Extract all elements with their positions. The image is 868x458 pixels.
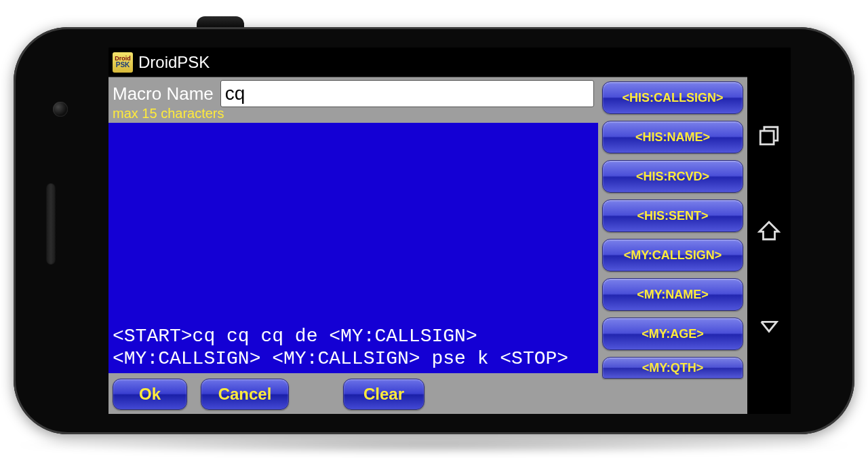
android-nav-bar xyxy=(747,47,791,414)
token-his-name[interactable]: <HIS:NAME> xyxy=(602,121,743,153)
clear-button[interactable]: Clear xyxy=(343,379,425,410)
macro-hint: max 15 characters xyxy=(113,106,594,121)
app-icon: Droid PSK xyxy=(113,52,133,73)
earpiece-speaker xyxy=(46,183,56,265)
left-column: Macro Name max 15 characters <START>cq c… xyxy=(108,77,598,414)
macro-body-text: <START>cq cq cq de <MY:CALLSIGN> <MY:CAL… xyxy=(113,325,594,370)
front-camera xyxy=(53,102,68,117)
token-my-age[interactable]: <MY:AGE> xyxy=(602,318,743,350)
app-title: DroidPSK xyxy=(138,53,210,72)
ok-button[interactable]: Ok xyxy=(113,379,187,410)
recent-apps-icon[interactable] xyxy=(757,124,781,147)
app-content-row: Macro Name max 15 characters <START>cq c… xyxy=(108,77,747,414)
back-icon[interactable] xyxy=(757,314,781,337)
phone-left-bezel xyxy=(14,27,108,434)
phone-shadow xyxy=(7,435,861,455)
token-his-rcvd[interactable]: <HIS:RCVD> xyxy=(602,160,743,193)
bottom-button-bar: Ok Cancel Clear xyxy=(108,373,598,414)
svg-marker-1 xyxy=(760,222,778,240)
home-icon[interactable] xyxy=(757,219,781,242)
token-my-qth[interactable]: <MY:QTH> xyxy=(602,357,743,379)
phone-right-bezel xyxy=(793,27,854,434)
token-his-sent[interactable]: <HIS:SENT> xyxy=(602,199,743,232)
app-icon-line2: PSK xyxy=(116,62,130,69)
screen: Droid PSK DroidPSK Macro Name max 15 cha… xyxy=(108,47,791,414)
svg-rect-0 xyxy=(760,131,774,145)
app-area: Droid PSK DroidPSK Macro Name max 15 cha… xyxy=(108,47,747,414)
macro-name-input[interactable] xyxy=(220,80,594,107)
cancel-button[interactable]: Cancel xyxy=(201,379,289,410)
token-his-callsign[interactable]: <HIS:CALLSIGN> xyxy=(602,81,743,114)
title-bar: Droid PSK DroidPSK xyxy=(108,47,747,77)
macro-header: Macro Name max 15 characters xyxy=(108,77,598,123)
token-my-name[interactable]: <MY:NAME> xyxy=(602,278,743,311)
phone-body: Droid PSK DroidPSK Macro Name max 15 cha… xyxy=(14,27,854,434)
macro-name-label: Macro Name xyxy=(113,83,214,104)
token-panel[interactable]: <HIS:CALLSIGN> <HIS:NAME> <HIS:RCVD> <HI… xyxy=(598,77,747,414)
token-my-callsign[interactable]: <MY:CALLSIGN> xyxy=(602,239,743,271)
macro-body-editor[interactable]: <START>cq cq cq de <MY:CALLSIGN> <MY:CAL… xyxy=(108,123,598,373)
